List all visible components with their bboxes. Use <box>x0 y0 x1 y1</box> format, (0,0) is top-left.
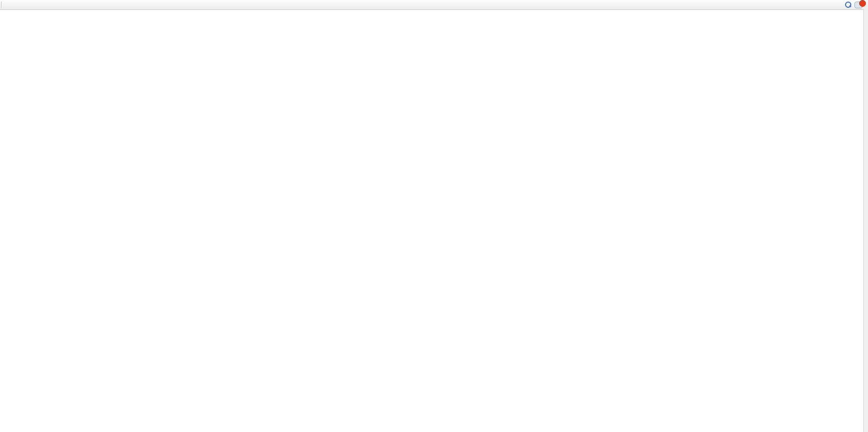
window-edge <box>863 9 868 432</box>
chart-window[interactable] <box>0 9 868 432</box>
mt4-window: { "toolbar": { "new_order": {"label": "新… <box>0 0 868 432</box>
toolbar-right <box>842 2 868 8</box>
chat-icon[interactable] <box>854 2 863 8</box>
toolbar-separator <box>1 2 2 8</box>
notification-badge <box>859 0 866 7</box>
timeframe-toolbar <box>3 0 6 9</box>
main-toolbar <box>0 0 868 10</box>
search-icon[interactable] <box>845 2 851 8</box>
price-chart-canvas[interactable] <box>0 9 868 432</box>
